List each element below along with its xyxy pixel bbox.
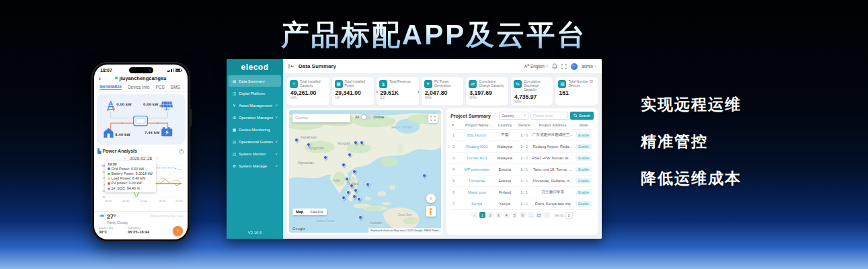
device-monitoring-icon: ▦ [232,127,237,132]
project-name-link[interactable]: BSL factory [461,133,494,137]
device-count: 1 / 1 [516,202,532,206]
project-name-link[interactable]: Tioman NO1 [461,156,494,160]
carousel-prev-icon[interactable]: ‹ [376,88,378,94]
country-filter-select[interactable]: Country˅ [499,112,528,120]
svg-text:10:40: 10:40 [140,200,147,202]
state-cell: Enable [574,201,594,206]
map-button[interactable]: Map [292,208,307,215]
search-button[interactable]: Search [570,112,594,120]
user-menu[interactable]: admin ˅ [582,64,596,69]
sidebar-item-operational-guidance[interactable]: ◎Operational Guidance˅ [229,136,281,147]
kpi-cards-row: ⚡Total Installed Capacity49,261.00kWh▦To… [283,74,602,108]
analysis-date: 2026-02-28 [130,156,152,161]
slide: 产品标配APP及云平台 18:07 ‹ jiuyanchengcangku Ge… [0,0,868,269]
pegman-icon[interactable] [426,206,436,217]
scroll-top-button[interactable]: ↑ [173,226,183,236]
installed-power-icon: ▦ [335,80,343,88]
map-online-toggle[interactable]: All Online [355,114,384,120]
phone-tab-pcs[interactable]: PCS [155,85,164,90]
sidebar-item-label: Operational Guidance [239,140,273,144]
page-15[interactable]: 15 [536,212,542,218]
page-prev-icon[interactable]: ‹ [471,212,477,218]
tooltip-row: PV power: 0.00 kW [108,181,153,186]
translate-icon: A [524,64,529,69]
map-place-label: Coral Sea [397,213,411,216]
kpi-value: 3,197.69 [469,89,506,96]
page-…[interactable]: … [528,212,534,218]
project-name-link[interactable]: Redang NO1 [461,145,494,149]
sidebar-item-device-monitoring[interactable]: ▦Device Monitoring [229,124,281,135]
satellite-button[interactable]: Satellite [307,208,327,215]
chart-tooltip: 19:30 Grid Power: 0.00 kWBattery Power: … [105,161,156,192]
world-map[interactable]: KazakhstanMongoliaKyrgyzstanAfghanistanI… [289,110,441,233]
next-day-icon[interactable]: › [156,156,157,161]
device-count: 2 / 2 [516,156,532,160]
feels-like-value: 30°C [99,230,113,234]
prev-day-icon[interactable]: ‹ [124,156,126,161]
project-name-link[interactable]: WP puitmeister [461,167,494,171]
charge-capacity-icon: ⇄ [469,80,477,88]
table-row: 4WP puitmeisterEstonia1 / 1Tartu mnt 18,… [450,164,594,176]
map-compass-control[interactable] [426,194,436,203]
goto-label: Go to [555,213,563,217]
sidebar-item-operation-management[interactable]: ⊞Operation Management˅ [229,112,281,123]
page-2[interactable]: 2 [487,212,494,218]
cloud-dashboard: elecod ▤Data Summary◫Digital Platform¥As… [227,59,602,239]
map-place-label: Afghanistan [298,161,314,165]
page-6[interactable]: 6 [520,212,526,218]
export-icon[interactable] [179,149,184,154]
google-logo: Google [292,227,305,231]
device-count: 1 / 1 [516,190,532,194]
kpi-label: PV Power Generation [434,80,461,88]
sidebar-item-digital-platform[interactable]: ◫Digital Platform [229,87,281,99]
phone-tab-generalize[interactable]: Generalize [100,84,122,90]
chevron-down-icon: ˅ [275,152,278,156]
project-country: Malaysia [494,145,516,149]
project-name-link[interactable]: Tõrvamäe [461,179,494,183]
page-3[interactable]: 3 [496,212,502,218]
carousel-next-icon[interactable]: › [418,88,420,94]
page-4[interactable]: 4 [504,212,510,218]
table-row: 3Tioman NO1Malaysia2 / 2RSFT+PW Tioman I… [450,153,594,164]
bell-icon[interactable] [552,63,557,69]
sidebar-item-system-manage[interactable]: ⚙System Manage˅ [229,160,281,171]
tooltip-label: Load Power: 8.40 kW [112,176,146,181]
kpi-card-charge-capacity: ⇄Cumulative Charge Capacity3,197.69MWh [466,77,508,106]
series-dot-icon [108,182,110,185]
signal-icon [167,69,173,72]
kpi-unit: kW [336,96,372,100]
collapse-sidebar-icon[interactable] [288,63,294,69]
svg-text:21:05: 21:05 [175,200,182,202]
project-name-link[interactable]: Kenya [461,202,494,206]
sidebar-item-system-monitor[interactable]: ◰System Monitor˅ [229,148,281,159]
power-analysis-title: Power Analysis [102,149,137,153]
tooltip-label: Battery Power: 9.2018 kW [112,171,153,176]
sidebar-item-asset-management[interactable]: ¥Asset Management˅ [229,100,281,111]
column-header: # [450,123,461,127]
page-5[interactable]: 5 [512,212,518,218]
phone-tab-device-info[interactable]: Device Info [128,85,150,90]
user-avatar[interactable] [571,63,578,70]
map-country-search-input[interactable] [292,114,350,122]
battery-power-label: 7.44 kW [145,130,160,134]
language-selector[interactable]: A English˅ [524,64,548,69]
page-next-icon[interactable]: › [544,212,550,218]
project-name-link[interactable]: Magic pow [461,190,494,194]
toggle-switch[interactable] [361,114,371,120]
goto-page-input[interactable] [565,212,573,219]
project-filter-input[interactable] [530,112,568,120]
fullscreen-icon[interactable] [561,64,567,69]
sidebar-item-data-summary[interactable]: ▤Data Summary [229,75,281,87]
tooltip-time: 19:30 [108,162,153,166]
map-fullscreen-button[interactable] [428,114,438,123]
page-1[interactable]: 1 [479,212,485,218]
series-dot-icon [108,167,110,170]
phone-tab-bms[interactable]: BMS [171,85,180,90]
column-header: Project Address [532,123,574,127]
project-address: Ruiru, Kenya tatu city [532,202,574,206]
project-address: Redang Airport, Reda… [532,145,574,149]
kpi-value: 29,341.00 [336,89,372,96]
phone-mockup: 18:07 ‹ jiuyanchengcangku GeneralizeDevi… [91,62,190,242]
weather-cloud-icon: ☂ [99,214,105,221]
state-cell: Enable [574,144,594,149]
